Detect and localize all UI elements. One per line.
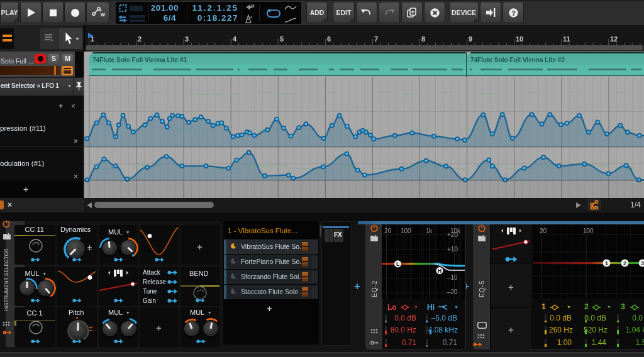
- svg-text:?: ?: [511, 9, 516, 16]
- svg-text:w: w: [100, 11, 105, 18]
- svg-text:L: L: [396, 261, 399, 267]
- svg-text:3: 3: [641, 260, 644, 266]
- svg-text:2: 2: [623, 260, 626, 266]
- svg-text:1: 1: [605, 260, 608, 266]
- svg-text:H: H: [438, 268, 441, 274]
